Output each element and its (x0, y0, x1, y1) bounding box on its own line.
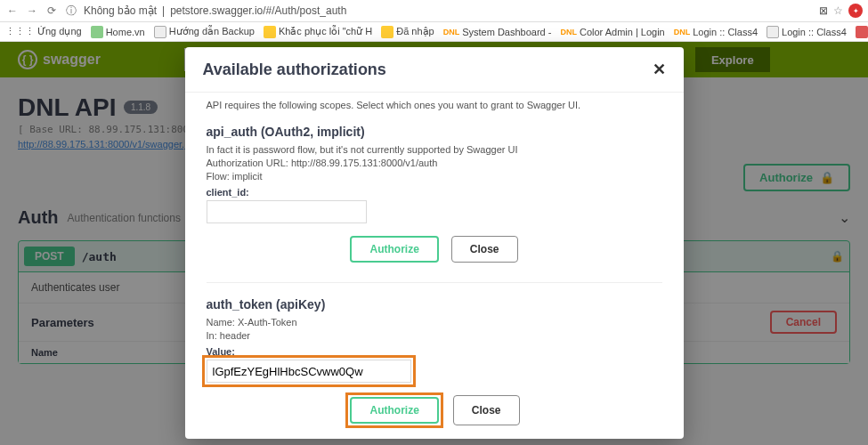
close-icon[interactable]: ✕ (653, 60, 666, 79)
oauth-title: api_auth (OAuth2, implicit) (207, 125, 662, 139)
authorizations-modal: Available authorizations ✕ API requires … (185, 47, 684, 439)
close-oauth-button[interactable]: Close (451, 236, 518, 263)
scopes-text: API requires the following scopes. Selec… (207, 96, 662, 119)
authorize-apikey-button[interactable]: Authorize (350, 397, 438, 424)
bookmark-item[interactable]: Đã nhập (381, 26, 434, 38)
bookmark-item[interactable]: Login :: Class4 (767, 26, 847, 38)
authorize-oauth-button[interactable]: Authorize (350, 236, 438, 263)
apikey-in-line: In: header (207, 330, 662, 341)
forward-icon[interactable]: → (25, 4, 39, 18)
value-label: Value: (207, 346, 662, 357)
back-icon[interactable]: ← (5, 4, 20, 18)
extension-icon[interactable]: ✦ (848, 4, 863, 18)
info-icon: ⓘ (64, 4, 78, 18)
close-apikey-button[interactable]: Close (453, 395, 520, 425)
page-content: { } swagger Explore DNL API 1.1.8 [ Base… (0, 42, 868, 445)
bookmark-item[interactable]: Hướng dẫn Backup (154, 26, 255, 38)
client-id-label: client_id: (207, 187, 662, 198)
bookmark-item[interactable]: Lịch tập gym 6 buổi (856, 26, 868, 38)
translate-icon[interactable]: ⊠ (819, 4, 828, 17)
bookmark-item[interactable]: DNLLogin :: Class4 (674, 27, 758, 37)
oauth-url: Authorization URL: http://88.99.175.131:… (207, 158, 662, 168)
apikey-title: auth_token (apiKey) (207, 297, 662, 312)
modal-body[interactable]: API requires the following scopes. Selec… (185, 93, 684, 439)
modal-title: Available authorizations (203, 61, 386, 79)
modal-overlay: Available authorizations ✕ API requires … (0, 42, 868, 445)
bookmark-item[interactable]: Home.vn (91, 26, 145, 38)
bookmark-item[interactable]: DNLColor Admin | Login (560, 27, 664, 37)
apikey-name-line: Name: X-Auth-Token (207, 317, 662, 328)
divider (207, 282, 662, 283)
browser-toolbar: ← → ⟳ ⓘ Không bảo mật | petstore.swagger… (0, 0, 868, 22)
reload-icon[interactable]: ⟳ (45, 4, 59, 18)
oauth-block: api_auth (OAuth2, implicit) In fact it i… (207, 119, 662, 273)
bookmark-star-icon[interactable]: ☆ (833, 4, 843, 17)
bookmarks-bar: ⋮⋮⋮Ứng dụng Home.vn Hướng dẫn Backup Khắ… (0, 22, 868, 42)
bookmark-item[interactable]: DNLSystem Dashboard - (443, 27, 552, 37)
apikey-block: auth_token (apiKey) Name: X-Auth-Token I… (207, 292, 662, 436)
apps-button[interactable]: ⋮⋮⋮Ứng dụng (5, 26, 82, 37)
apikey-value-input[interactable] (207, 360, 411, 383)
bookmark-item[interactable]: Khắc phục lỗi "chữ H (264, 26, 372, 38)
client-id-input[interactable] (207, 200, 367, 223)
security-label: Không bảo mật (84, 4, 157, 17)
oauth-flow: Flow: implicit (207, 171, 662, 182)
url-text[interactable]: petstore.swagger.io/#/Auth/post_auth (170, 4, 814, 17)
oauth-desc: In fact it is password flow, but it's no… (207, 144, 662, 155)
